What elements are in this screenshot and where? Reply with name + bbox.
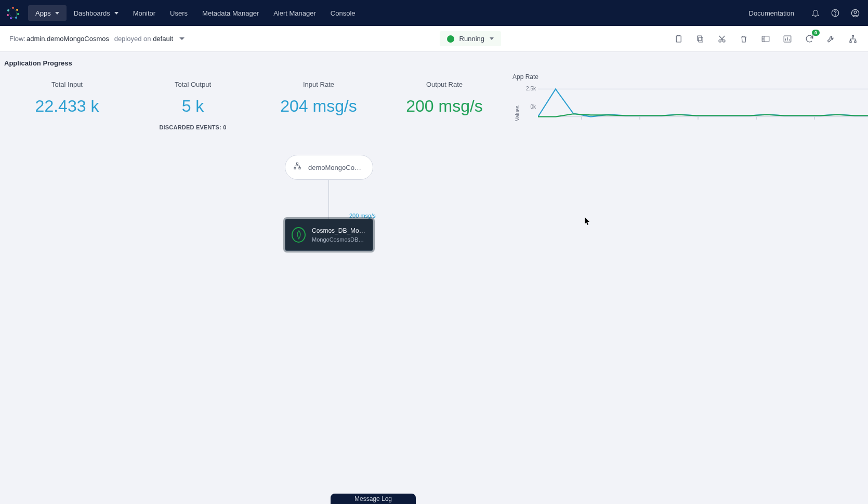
nav-metadata-manager[interactable]: Metadata Manager xyxy=(195,5,266,21)
toolbar: 0 xyxy=(673,33,859,45)
mouse-cursor xyxy=(585,217,591,226)
wrench-icon[interactable] xyxy=(825,33,837,45)
svg-rect-20 xyxy=(854,41,856,42)
flow-name: admin.demoMongoCosmos xyxy=(27,35,109,43)
metric-input-rate: Input Rate 204 msg/s xyxy=(256,73,382,116)
svg-rect-31 xyxy=(299,167,300,169)
status-dropdown[interactable]: Running xyxy=(440,31,501,46)
svg-rect-30 xyxy=(294,167,296,169)
svg-rect-12 xyxy=(699,37,703,42)
status-label: Running xyxy=(459,35,484,43)
metric-output-rate: Output Rate 200 msg/s xyxy=(382,73,507,116)
metric-total-input: Total Input 22.433 k xyxy=(4,73,130,116)
caret-down-icon xyxy=(55,12,59,15)
metrics-icon[interactable] xyxy=(782,33,793,45)
nav-monitor[interactable]: Monitor xyxy=(126,5,163,21)
svg-rect-11 xyxy=(676,36,681,42)
app-rate-chart: App Rate Values 2.5k 0k xyxy=(507,73,868,121)
svg-rect-19 xyxy=(850,41,851,42)
flow-canvas[interactable]: demoMongoCosm… 200 msg/s Cosmos_DB_Mong…… xyxy=(0,145,868,504)
app-logo[interactable] xyxy=(5,5,21,21)
nav-dashboards-label: Dashboards xyxy=(74,9,110,17)
flow-node-target[interactable]: Cosmos_DB_Mong… MongoCosmosDBWriter xyxy=(285,219,373,251)
refresh-icon[interactable]: 0 xyxy=(804,33,815,45)
svg-point-1 xyxy=(16,9,18,11)
delete-icon[interactable] xyxy=(738,33,749,45)
section-title: Application Progress xyxy=(0,52,868,68)
svg-point-5 xyxy=(7,14,9,16)
svg-rect-18 xyxy=(852,35,854,37)
metric-value: 200 msg/s xyxy=(382,97,507,116)
nav-documentation[interactable]: Documentation xyxy=(742,9,801,17)
metric-value: 5 k xyxy=(130,97,256,116)
subheader: Flow: admin.demoMongoCosmos deployed on … xyxy=(0,26,868,52)
caret-down-icon xyxy=(114,12,119,15)
sitemap-icon xyxy=(293,162,302,173)
metric-label: Total Output xyxy=(130,81,256,88)
flow-target: default xyxy=(153,35,173,43)
svg-point-2 xyxy=(17,13,19,15)
nav-console[interactable]: Console xyxy=(323,5,363,21)
copy-icon[interactable] xyxy=(694,33,706,45)
nav-users[interactable]: Users xyxy=(163,5,195,21)
chart-ylabel: Values xyxy=(512,85,522,121)
flow-prefix: Flow: xyxy=(9,35,25,43)
flow-edge-rate: 200 msg/s xyxy=(349,213,376,219)
flow-deployed-label: deployed on xyxy=(112,35,153,43)
top-nav: Apps Dashboards Monitor Users Metadata M… xyxy=(0,0,868,26)
notifications-icon[interactable] xyxy=(810,7,821,19)
flow-node-source-label: demoMongoCosm… xyxy=(308,164,364,171)
svg-rect-13 xyxy=(698,36,702,41)
svg-rect-29 xyxy=(297,163,298,164)
nav-alert-manager[interactable]: Alert Manager xyxy=(266,5,323,21)
metric-total-output: Total Output 5 k DISCARDED EVENTS: 0 xyxy=(130,73,256,130)
nav-dashboards[interactable]: Dashboards xyxy=(67,5,126,21)
metric-value: 22.433 k xyxy=(4,97,130,116)
flow-node-source[interactable]: demoMongoCosm… xyxy=(285,155,373,180)
metric-label: Input Rate xyxy=(256,81,382,88)
account-icon[interactable] xyxy=(849,7,861,19)
refresh-badge: 0 xyxy=(812,30,820,36)
chart-title: App Rate xyxy=(512,73,868,81)
svg-point-10 xyxy=(854,11,857,14)
chart-svg xyxy=(538,85,868,121)
sitemap-icon[interactable] xyxy=(847,33,859,45)
metric-note: DISCARDED EVENTS: 0 xyxy=(130,124,256,130)
flow-node-target-title: Cosmos_DB_Mong… xyxy=(312,227,366,234)
flow-edge xyxy=(328,180,329,219)
database-icon xyxy=(292,227,306,243)
metrics-row: Total Input 22.433 k Total Output 5 k DI… xyxy=(0,68,868,130)
flow-node-target-subtitle: MongoCosmosDBWriter xyxy=(312,236,366,243)
clipboard-icon[interactable] xyxy=(673,33,684,45)
layout-icon[interactable] xyxy=(760,33,771,45)
metric-label: Total Input xyxy=(4,81,130,88)
message-log-tab[interactable]: Message Log xyxy=(331,494,416,504)
metric-value: 204 msg/s xyxy=(256,97,382,116)
caret-down-icon xyxy=(490,37,494,40)
metric-label: Output Rate xyxy=(382,81,507,88)
nav-apps-label: Apps xyxy=(35,9,51,17)
svg-point-4 xyxy=(10,17,12,19)
flow-dropdown[interactable] xyxy=(179,37,185,40)
status-indicator-icon xyxy=(447,35,454,43)
chart-ytick: 2.5k xyxy=(522,86,536,91)
chart-ytick: 0k xyxy=(522,104,536,110)
svg-point-8 xyxy=(835,15,835,15)
nav-apps[interactable]: Apps xyxy=(28,5,67,21)
cut-icon[interactable] xyxy=(716,33,728,45)
help-icon[interactable] xyxy=(830,7,841,19)
